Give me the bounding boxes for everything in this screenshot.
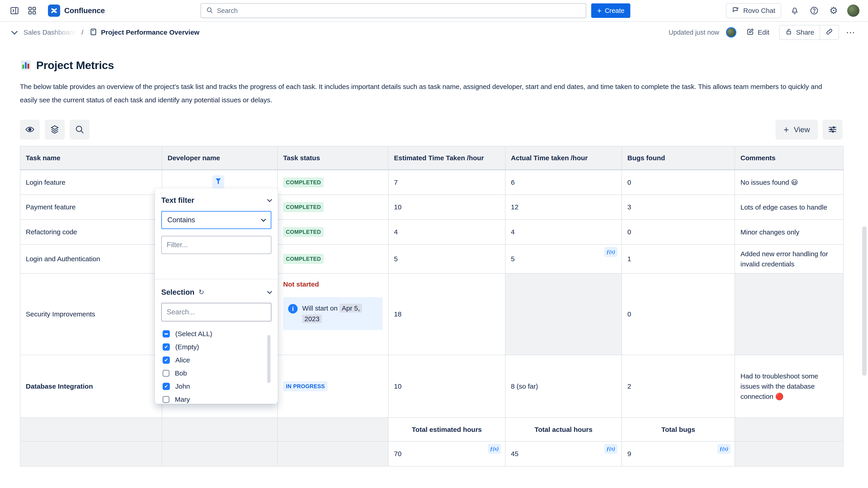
cell-actual-empty[interactable]: [505, 274, 622, 355]
filter-option[interactable]: Mary: [161, 393, 265, 406]
cell-task[interactable]: Database Integration: [20, 355, 162, 418]
more-actions-button[interactable]: ⋯: [846, 27, 855, 37]
cell-status[interactable]: IN PROGRESS: [278, 355, 388, 418]
view-settings-button[interactable]: [823, 120, 842, 140]
checkbox-unchecked-icon[interactable]: [163, 370, 169, 377]
top-navigation: Confluence Search + Create Rovo Chat: [0, 0, 868, 22]
cell-status[interactable]: COMPLETED: [278, 195, 388, 220]
cell-bugs[interactable]: 2: [622, 355, 735, 418]
copy-link-button[interactable]: [820, 25, 839, 39]
info-panel: i Will start on Apr 5, 2023: [283, 297, 383, 330]
cell-estimated[interactable]: 7: [388, 170, 505, 195]
notifications-button[interactable]: [789, 5, 801, 17]
help-button[interactable]: [808, 5, 820, 17]
filter-option[interactable]: Bob: [161, 367, 265, 380]
app-name: Confluence: [64, 6, 105, 15]
cell-actual[interactable]: 12: [505, 195, 622, 220]
cell-bugs[interactable]: 0: [622, 220, 735, 245]
column-header-task-status[interactable]: Task status: [278, 146, 388, 170]
cell-comment[interactable]: Lots of edge cases to handle: [735, 195, 843, 220]
column-header-comments[interactable]: Comments: [735, 146, 843, 170]
filter-option[interactable]: John: [161, 380, 265, 393]
cell-comment[interactable]: Had to troubleshoot some issues with the…: [735, 355, 843, 418]
page-scrollbar-thumb[interactable]: [862, 226, 867, 376]
updated-status[interactable]: Updated just now: [669, 29, 719, 36]
cell-comment-empty[interactable]: [735, 274, 843, 355]
cell-task[interactable]: Login feature: [20, 170, 162, 195]
cell-actual[interactable]: 6: [505, 170, 622, 195]
cell-comment[interactable]: No issues found 😃: [735, 170, 843, 195]
list-scrollbar-thumb[interactable]: [267, 335, 271, 383]
cell-bugs[interactable]: 1: [622, 245, 735, 274]
checkbox-checked-icon[interactable]: [163, 356, 170, 364]
settings-button[interactable]: ⚙: [828, 5, 839, 17]
filter-option[interactable]: (Empty): [161, 340, 265, 353]
selection-search-input[interactable]: [161, 303, 271, 321]
confluence-home-link[interactable]: Confluence: [48, 4, 105, 17]
cell-task[interactable]: Login and Authentication: [20, 245, 162, 274]
footer-value-actual[interactable]: 45ƒ(x): [505, 441, 622, 466]
filter-text-input[interactable]: [161, 236, 271, 254]
checkbox-indeterminate-icon[interactable]: [163, 330, 170, 338]
checkbox-checked-icon[interactable]: [163, 343, 170, 351]
checkbox-unchecked-icon[interactable]: [163, 396, 169, 403]
breadcrumb-space-link[interactable]: Sales Dashboard: [24, 29, 75, 36]
cell-status[interactable]: COMPLETED: [278, 170, 388, 195]
column-header-developer-name[interactable]: Developer name: [162, 146, 278, 170]
refresh-icon[interactable]: ↻: [198, 289, 204, 296]
cell-status[interactable]: COMPLETED: [278, 245, 388, 274]
cell-actual[interactable]: 8 (so far): [505, 355, 622, 418]
footer-value-bugs[interactable]: 9ƒ(x): [622, 441, 735, 466]
collapse-breadcrumb-button[interactable]: [10, 27, 19, 38]
sidebar-toggle-button[interactable]: [9, 5, 20, 17]
cell-estimated[interactable]: 10: [388, 195, 505, 220]
user-avatar[interactable]: [847, 4, 859, 17]
cell-estimated[interactable]: 5: [388, 245, 505, 274]
cell-task[interactable]: Security Improvements: [20, 274, 162, 355]
layers-button[interactable]: [45, 120, 65, 140]
cell-estimated[interactable]: 10: [388, 355, 505, 418]
cell-actual[interactable]: 4: [505, 220, 622, 245]
visibility-button[interactable]: [20, 120, 40, 140]
cell-comment[interactable]: Added new error handling for invalid cre…: [735, 245, 843, 274]
cell-bugs[interactable]: 3: [622, 195, 735, 220]
app-switcher-button[interactable]: [26, 5, 38, 17]
cell-task[interactable]: Refactoring code: [20, 220, 162, 245]
cell-actual[interactable]: 5ƒ(x): [505, 245, 622, 274]
presence-avatar[interactable]: [726, 27, 736, 37]
breadcrumb-page[interactable]: Project Performance Overview: [89, 28, 199, 37]
selection-section-header[interactable]: Selection ↻: [161, 288, 271, 296]
table-search-button[interactable]: [70, 120, 90, 140]
cell-task[interactable]: Payment feature: [20, 195, 162, 220]
chevron-down-icon: [267, 289, 272, 294]
column-filter-button[interactable]: [213, 175, 224, 189]
add-view-button[interactable]: + View: [775, 120, 818, 140]
create-button[interactable]: + Create: [591, 3, 630, 18]
column-header-task-name[interactable]: Task name: [20, 146, 162, 170]
footer-value-estimated[interactable]: 70ƒ(x): [388, 441, 505, 466]
filter-option-label: (Select ALL): [175, 330, 212, 338]
cell-comment[interactable]: Minor changes only: [735, 220, 843, 245]
rovo-chat-button[interactable]: Rovo Chat: [726, 3, 781, 18]
chevron-down-icon: [267, 197, 272, 202]
text-filter-section-header[interactable]: Text filter: [161, 196, 271, 205]
cell-estimated[interactable]: 18: [388, 274, 505, 355]
cell-bugs[interactable]: 0: [622, 274, 735, 355]
checkbox-checked-icon[interactable]: [163, 383, 170, 390]
share-button[interactable]: Share: [780, 25, 819, 39]
app-grid-icon: [28, 6, 37, 15]
filter-option[interactable]: (Select ALL): [161, 327, 265, 340]
filter-option[interactable]: Alice: [161, 353, 265, 367]
status-badge: COMPLETED: [283, 227, 323, 237]
edit-button[interactable]: Edit: [743, 25, 773, 39]
cell-status[interactable]: COMPLETED: [278, 220, 388, 245]
cell-status[interactable]: Not started i Will start on Apr 5, 2023: [278, 274, 388, 355]
global-search-input[interactable]: Search: [200, 3, 586, 18]
column-header-estimated-time[interactable]: Estimated Time Taken /hour: [388, 146, 505, 170]
cell-bugs[interactable]: 0: [622, 170, 735, 195]
magnifier-icon: [74, 124, 85, 135]
cell-estimated[interactable]: 4: [388, 220, 505, 245]
column-header-actual-time[interactable]: Actual Time taken /hour: [505, 146, 622, 170]
column-header-bugs-found[interactable]: Bugs found: [622, 146, 735, 170]
filter-condition-select[interactable]: Contains: [161, 211, 271, 229]
